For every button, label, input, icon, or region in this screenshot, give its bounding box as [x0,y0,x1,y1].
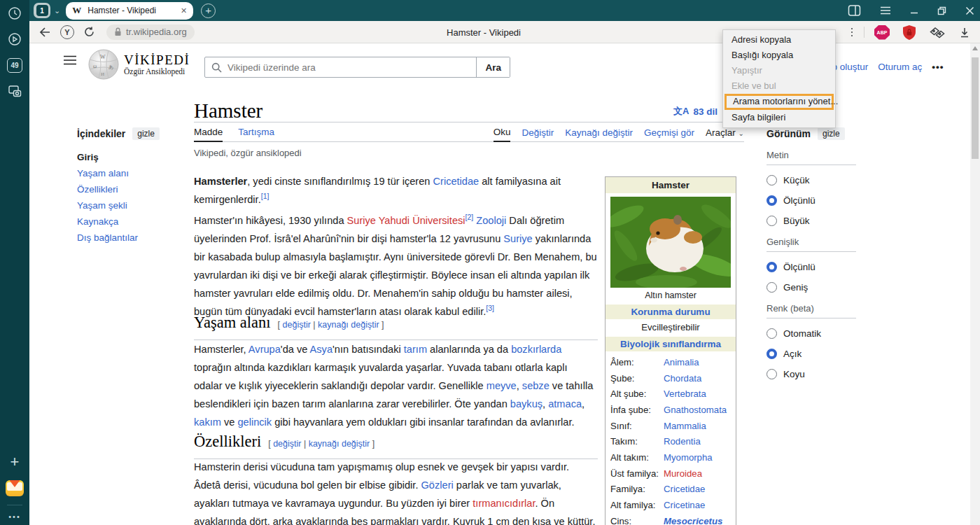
new-tab-button[interactable]: + [201,4,216,18]
conservation-value: Evcilleştirebilir [606,319,736,337]
url-field[interactable]: tr.wikipedia.org [106,24,195,40]
photo-caption: Altın hamster [606,288,736,304]
edit-links[interactable]: [ değiştir | kaynağı değiştir ] [268,439,374,449]
radio-option[interactable]: Büyük [766,215,856,226]
appearance-hide-button[interactable]: gizle [818,127,845,140]
radio-option[interactable]: Geniş [766,281,856,293]
taxon-link[interactable]: Cricetidae [664,484,705,494]
wikipedia-favicon: W [72,5,81,16]
page-scrollbar[interactable] [970,43,980,525]
tab-close-icon[interactable]: ✕ [181,6,187,15]
download-icon[interactable] [959,27,970,38]
radio-icon[interactable] [766,369,777,379]
yandex-button-icon[interactable]: Y [60,25,74,39]
restore-window-icon[interactable] [937,6,946,15]
menu-item-add-and-find: Ekle ve bul [723,78,835,94]
wikipedia-logo[interactable]: W Ω あ И VİKİPEDİ Özgür Ansiklopedi [88,49,190,80]
tab-history[interactable]: Geçmişi gör [644,127,694,141]
menu-item-manage-search-engines[interactable]: Arama motorlarını yönet... [724,94,834,110]
extensions-keys-icon[interactable] [929,26,946,39]
taxon-redlink[interactable]: Muroidea [664,468,702,479]
site-tagline: Vikipedi, özgür ansiklopedi [194,148,302,158]
radio-option[interactable]: Koyu [766,368,856,379]
screenshot-icon[interactable] [7,83,22,99]
scrollbar-up-arrow[interactable] [972,46,978,50]
radio-option[interactable]: Ölçünlü [766,195,856,206]
radio-option[interactable]: Açık [766,348,856,359]
menu-hamburger-icon[interactable] [880,6,891,15]
radio-icon[interactable] [766,328,777,339]
toc-item-dis-baglantilar[interactable]: Dış bağlantılar [77,233,182,243]
tools-dropdown[interactable]: Araçlar ⌄ [706,127,744,141]
svg-text:あ: あ [108,64,113,70]
tab-read[interactable]: Oku [493,127,511,142]
radio-option[interactable]: Ölçünlü [766,261,856,272]
menu-item-copy-address[interactable]: Adresi kopyala [723,32,835,48]
radio-icon[interactable] [766,282,777,293]
workspace-chevron-down-icon[interactable]: ⌄ [54,6,60,15]
rail-divider [7,505,22,505]
page-actions-kebab-icon[interactable] [851,28,853,37]
tab-title: Hamster - Vikipedi [88,6,174,15]
hamster-photo[interactable] [610,197,731,288]
menu-item-page-info[interactable]: Sayfa bilgileri [723,110,835,125]
minimize-icon[interactable] [910,6,918,15]
back-icon[interactable] [38,27,51,38]
radio-checked-icon[interactable] [766,262,777,272]
tab-talk[interactable]: Tartışma [238,127,274,141]
search-submit-button[interactable]: Ara [476,57,510,77]
taxon-link[interactable]: Rodentia [664,436,701,447]
conservation-header[interactable]: Korunma durumu [606,304,736,319]
radio-icon[interactable] [766,216,777,226]
reload-icon[interactable] [83,26,95,38]
workspace-button[interactable]: 1 [34,3,50,18]
protect-shield-icon[interactable] [903,25,916,40]
window-controls [848,0,974,21]
radio-checked-icon[interactable] [766,349,777,359]
classification-header[interactable]: Biyolojik sınıflandırma [606,337,736,351]
tab-edit[interactable]: Değiştir [522,127,554,141]
wikipedia-globe-icon: W Ω あ И [88,49,119,80]
history-clock-icon[interactable] [7,6,22,21]
toc-hide-button[interactable]: gizle [132,127,160,140]
tab-article[interactable]: Madde [194,127,223,142]
taxon-link[interactable]: Mammalia [664,421,706,431]
menu-item-copy-title[interactable]: Başlığı kopyala [723,48,835,63]
login-link[interactable]: Oturum aç [878,62,922,72]
taxon-link[interactable]: Myomorpha [664,452,713,463]
adblock-plus-icon[interactable]: ABP [874,25,890,40]
tab-edit-source[interactable]: Kaynağı değiştir [565,127,633,141]
taxon-link[interactable]: Vertebrata [664,388,706,399]
edit-links[interactable]: [ değiştir | kaynağı değiştir ] [278,320,384,330]
search-input[interactable] [227,62,476,73]
radio-option[interactable]: Küçük [766,174,856,186]
toc-item-giris[interactable]: Giriş [77,153,182,162]
browser-window: 49 + ••• 1 ⌄ W Hamster - Vikipedi ✕ + [0,0,980,525]
languages-icon: 文A [673,105,689,118]
toc-item-yasam-alani[interactable]: Yaşam alanı [77,169,182,178]
taxon-link[interactable]: Chordata [664,373,701,384]
toc-item-yasam-sekli[interactable]: Yaşam şekli [77,201,182,211]
taxon-link[interactable]: Animalia [664,357,699,368]
play-media-icon[interactable] [7,31,22,47]
toc-item-kaynakca[interactable]: Kaynakça [77,217,182,227]
radio-option[interactable]: Otomatik [766,328,856,339]
wiki-menu-hamburger-icon[interactable] [64,55,76,65]
yandex-mail-icon[interactable] [6,480,24,496]
rail-add-icon[interactable]: + [7,454,22,470]
taxon-link[interactable]: Gnathostomata [664,405,727,415]
close-window-icon[interactable] [965,6,974,15]
user-more-dots[interactable]: ••• [932,62,944,72]
toc-item-ozellikleri[interactable]: Özellikleri [77,185,182,195]
counter-badge[interactable]: 49 [7,57,22,73]
active-tab[interactable]: W Hamster - Vikipedi ✕ [66,2,193,20]
rail-more-dots-icon[interactable]: ••• [8,512,21,521]
taxon-link[interactable]: Cricetinae [664,500,705,510]
side-panel-icon[interactable] [848,4,861,17]
radio-checked-icon[interactable] [766,195,777,206]
scrollbar-thumb[interactable] [972,57,979,159]
svg-text:И: И [101,71,104,77]
language-selector[interactable]: 文A 83 dil [673,105,718,118]
taxon-link[interactable]: Mesocricetus [664,516,722,525]
radio-icon[interactable] [766,175,777,186]
